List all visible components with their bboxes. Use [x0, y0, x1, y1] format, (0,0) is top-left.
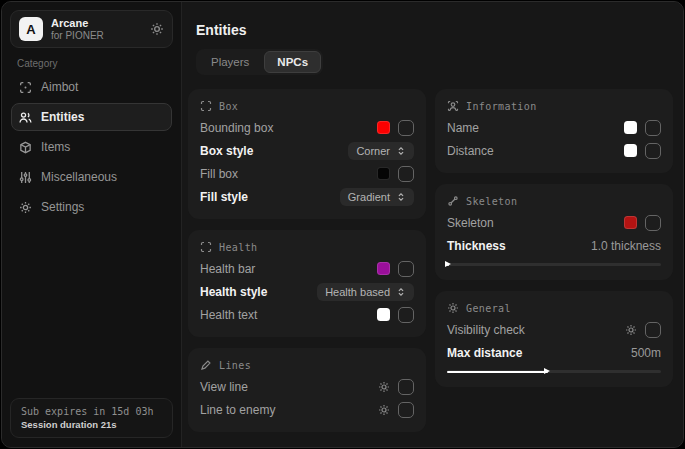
checkbox[interactable] [645, 143, 661, 159]
sidebar: A Arcane for PIONER Category A [2, 2, 182, 447]
slider-handle[interactable] [445, 261, 451, 267]
card-title: Lines [219, 360, 251, 371]
gear-icon[interactable] [150, 22, 164, 36]
slider-fill [447, 264, 449, 266]
setting-row: Health style Health based [200, 280, 414, 303]
sidebar-item-settings[interactable]: Settings [11, 193, 172, 221]
app-subtitle: for PIONER [51, 30, 142, 42]
unfold-icon [396, 146, 406, 156]
box-card: Box Bounding box Box style Corner [188, 89, 426, 219]
checkbox[interactable] [398, 307, 414, 323]
tab-players[interactable]: Players [198, 51, 262, 73]
page-title: Entities [196, 22, 683, 38]
box-style-dropdown[interactable]: Corner [348, 142, 414, 160]
setting-row: Fill box [200, 162, 414, 185]
crosshair-icon [19, 81, 32, 94]
category-label: Category [17, 58, 181, 69]
card-title: Information [466, 101, 537, 112]
checkbox[interactable] [645, 215, 661, 231]
color-swatch[interactable] [377, 167, 390, 180]
card-title: General [466, 303, 511, 314]
setting-row: Box style Corner [200, 139, 414, 162]
setting-label: Skeleton [447, 216, 494, 230]
gear-icon[interactable] [625, 324, 637, 336]
checkbox[interactable] [398, 166, 414, 182]
health-style-dropdown[interactable]: Health based [317, 283, 414, 301]
sidebar-item-aimbot[interactable]: Aimbot [11, 73, 172, 101]
color-swatch[interactable] [377, 262, 390, 275]
checkbox[interactable] [398, 402, 414, 418]
setting-label: Name [447, 121, 479, 135]
gear-icon[interactable] [378, 381, 390, 393]
thickness-slider[interactable] [447, 259, 661, 269]
card-title: Health [219, 242, 258, 253]
setting-label: Fill style [200, 190, 248, 204]
checkbox[interactable] [645, 120, 661, 136]
tab-npcs[interactable]: NPCs [264, 51, 321, 73]
setting-label: Visibility check [447, 323, 525, 337]
setting-label: Bounding box [200, 121, 273, 135]
color-swatch[interactable] [624, 216, 637, 229]
session-duration-text: Session duration 21s [21, 419, 162, 430]
lines-card: Lines View line [188, 348, 426, 432]
setting-label: Max distance [447, 346, 522, 360]
slider-fill [447, 371, 548, 373]
gear-icon[interactable] [378, 404, 390, 416]
unfold-icon [396, 192, 406, 202]
sidebar-item-label: Aimbot [41, 80, 78, 94]
tab-bar: Players NPCs [196, 49, 323, 75]
dropdown-value: Gradient [348, 191, 390, 203]
color-swatch[interactable] [377, 308, 390, 321]
checkbox[interactable] [645, 322, 661, 338]
setting-row: Health text [200, 303, 414, 326]
setting-label: Health bar [200, 262, 255, 276]
sliders-icon [19, 171, 32, 184]
subscription-info: Sub expires in 15d 03h Session duration … [10, 398, 173, 438]
bounding-box-icon [200, 241, 212, 253]
sidebar-item-entities[interactable]: Entities [11, 103, 172, 131]
setting-row: Visibility check [447, 318, 661, 341]
setting-row: Line to enemy [200, 398, 414, 421]
setting-label: Box style [200, 144, 253, 158]
health-card: Health Health bar Health style Health ba… [188, 230, 426, 337]
unfold-icon [396, 287, 406, 297]
setting-label: Health text [200, 308, 257, 322]
checkbox[interactable] [398, 120, 414, 136]
bounding-box-icon [200, 100, 212, 112]
gear-icon [19, 201, 32, 214]
setting-row: Max distance 500m [447, 341, 661, 364]
setting-row: Distance [447, 139, 661, 162]
color-swatch[interactable] [377, 121, 390, 134]
setting-row: Name [447, 116, 661, 139]
setting-row: Skeleton [447, 211, 661, 234]
entities-icon [19, 111, 32, 124]
cube-icon [19, 141, 32, 154]
setting-row: Thickness 1.0 thickness [447, 234, 661, 257]
sidebar-item-miscellaneous[interactable]: Miscellaneous [11, 163, 172, 191]
app-window: A Arcane for PIONER Category A [1, 1, 684, 448]
slider-value: 500m [631, 346, 661, 360]
sidebar-item-label: Settings [41, 200, 84, 214]
setting-row: Bounding box [200, 116, 414, 139]
color-swatch[interactable] [624, 144, 637, 157]
setting-row: Fill style Gradient [200, 185, 414, 208]
dropdown-value: Corner [356, 145, 390, 157]
general-card: General Visibility check [435, 291, 673, 387]
setting-label: Health style [200, 285, 267, 299]
slider-value: 1.0 thickness [591, 239, 661, 253]
checkbox[interactable] [398, 379, 414, 395]
bone-icon [447, 195, 459, 207]
setting-label: View line [200, 380, 248, 394]
sidebar-item-items[interactable]: Items [11, 133, 172, 161]
sidebar-item-label: Entities [41, 110, 84, 124]
app-name: Arcane [51, 17, 142, 30]
setting-label: Line to enemy [200, 403, 275, 417]
color-swatch[interactable] [624, 121, 637, 134]
slider-handle[interactable] [544, 368, 550, 374]
max-distance-slider[interactable] [447, 366, 661, 376]
main-panel: Entities Players NPCs Box [183, 2, 683, 447]
fill-style-dropdown[interactable]: Gradient [340, 188, 414, 206]
checkbox[interactable] [398, 261, 414, 277]
setting-label: Fill box [200, 167, 238, 181]
skeleton-card: Skeleton Skeleton Thickness 1.0 thicknes… [435, 184, 673, 280]
